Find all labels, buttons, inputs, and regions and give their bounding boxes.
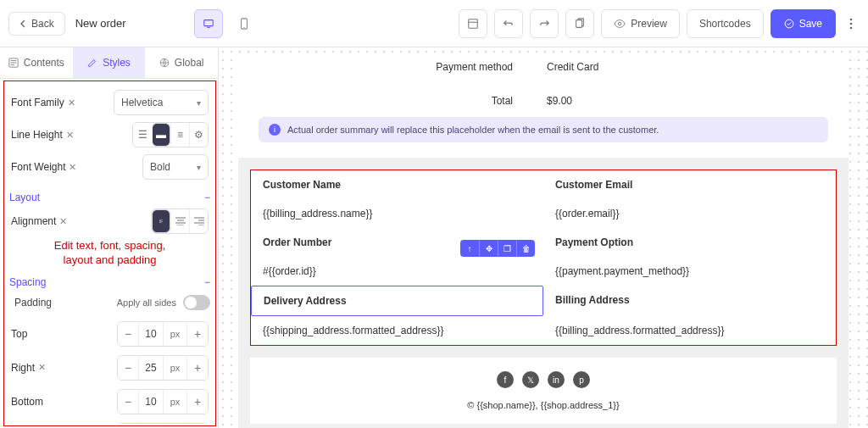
tab-contents-label: Contents <box>24 57 64 69</box>
pinterest-icon[interactable]: p <box>573 371 590 388</box>
padding-right-dec[interactable]: − <box>118 356 138 380</box>
padding-right-value: 25 <box>138 356 164 380</box>
padding-bottom-inc[interactable]: + <box>187 390 208 414</box>
svg-rect-4 <box>576 19 582 27</box>
clear-line-height[interactable]: ✕ <box>66 130 74 141</box>
total-value: $9.00 <box>547 95 828 107</box>
layout-collapse[interactable]: − <box>204 192 210 203</box>
duplicate-button[interactable]: ❐ <box>498 240 516 257</box>
copy-button[interactable] <box>565 9 594 38</box>
spacing-section-label: Spacing <box>9 276 46 288</box>
linkedin-icon[interactable]: in <box>548 371 565 388</box>
info-icon: i <box>269 124 281 136</box>
tab-contents[interactable]: Contents <box>0 47 73 78</box>
save-button[interactable]: Save <box>771 9 836 38</box>
style-sidebar: Contents Styles Global Font Family ✕ <box>0 47 219 428</box>
align-left[interactable] <box>152 209 170 233</box>
total-label: Total <box>259 95 547 107</box>
tab-global-label: Global <box>175 57 204 69</box>
redo-button[interactable] <box>530 9 559 38</box>
font-family-select[interactable]: Helvetica ▾ <box>114 90 209 115</box>
clear-font-weight[interactable]: ✕ <box>69 162 76 173</box>
email-footer-block[interactable]: f 𝕏 in p © {{shop.name}}, {{shop.address… <box>250 358 837 424</box>
spacing-collapse[interactable]: − <box>204 276 210 288</box>
undo-button[interactable] <box>494 9 523 38</box>
sidebar-tabs: Contents Styles Global <box>0 47 218 79</box>
svg-rect-0 <box>204 19 214 25</box>
padding-label: Padding <box>14 297 52 308</box>
drag-button[interactable]: ✥ <box>479 240 498 257</box>
move-up-button[interactable]: ↑ <box>460 240 479 257</box>
placeholder-notice: i Actual order summary will replace this… <box>259 117 828 142</box>
social-icons: f 𝕏 in p <box>264 371 823 388</box>
customer-info-block[interactable]: Customer Name Customer Email {{billing_a… <box>250 170 837 346</box>
svg-point-9 <box>850 26 853 29</box>
line-height-custom[interactable]: ⚙ <box>189 123 208 147</box>
order-number-value: #{{order.id}} <box>251 257 543 286</box>
line-height-label: Line Height <box>11 129 63 141</box>
padding-top-label: Top <box>11 328 27 340</box>
delete-button[interactable]: 🗑 <box>516 240 535 257</box>
annotation-line1: Edit text, font, spacing, <box>9 239 210 253</box>
order-summary-block[interactable]: Payment method Credit Card Total $9.00 i… <box>238 56 849 158</box>
preview-label: Preview <box>631 18 667 30</box>
padding-top-stepper[interactable]: − 10 px + <box>117 321 209 347</box>
shortcodes-button[interactable]: Shortcodes <box>687 9 764 38</box>
back-label: Back <box>31 18 54 30</box>
padding-top-unit: px <box>164 322 187 346</box>
padding-bottom-stepper[interactable]: − 10 px + <box>117 389 209 414</box>
chevron-down-icon: ▾ <box>197 163 201 172</box>
line-height-tight[interactable]: ☰ <box>133 123 152 147</box>
padding-top-dec[interactable]: − <box>118 322 138 346</box>
x-icon[interactable]: 𝕏 <box>522 371 539 388</box>
layout-button[interactable] <box>459 9 487 38</box>
font-family-value: Helvetica <box>121 97 163 108</box>
svg-rect-3 <box>469 19 478 28</box>
align-center[interactable] <box>170 209 189 233</box>
line-height-segment: ☰ ▬ ≡ ⚙ <box>132 122 209 147</box>
padding-left-dec[interactable]: − <box>118 424 138 426</box>
padding-top-inc[interactable]: + <box>187 322 208 346</box>
padding-top-value: 10 <box>138 322 164 346</box>
alignment-segment <box>151 208 209 234</box>
preview-canvas[interactable]: Payment method Credit Card Total $9.00 i… <box>219 47 868 428</box>
facebook-icon[interactable]: f <box>497 371 514 388</box>
line-height-loose[interactable]: ≡ <box>170 123 189 147</box>
back-button[interactable]: Back <box>8 12 65 36</box>
billing-address-value: {{billing_address.formatted_address}} <box>543 316 836 345</box>
more-menu[interactable] <box>843 18 860 30</box>
mobile-view-button[interactable] <box>230 9 259 38</box>
desktop-view-button[interactable] <box>194 9 223 38</box>
padding-right-inc[interactable]: + <box>187 356 208 380</box>
clear-alignment[interactable]: ✕ <box>59 216 67 227</box>
font-family-label: Font Family <box>11 97 64 108</box>
align-right[interactable] <box>189 209 208 233</box>
shortcodes-label: Shortcodes <box>699 18 751 30</box>
preview-button[interactable]: Preview <box>601 9 680 38</box>
font-weight-label: Font Weight <box>11 161 65 173</box>
apply-all-sides-toggle[interactable] <box>183 295 210 310</box>
page-title: New order <box>75 17 126 30</box>
svg-point-8 <box>850 22 853 25</box>
padding-left-stepper[interactable]: − 25 px + <box>117 423 209 426</box>
delivery-address-label[interactable]: Delivery Address <box>251 286 543 316</box>
font-weight-value: Bold <box>150 161 170 173</box>
layout-section-label: Layout <box>9 192 40 203</box>
padding-right-stepper[interactable]: − 25 px + <box>117 355 209 381</box>
padding-right-label: Right <box>11 362 35 374</box>
annotation-line2: layout and padding <box>9 253 210 268</box>
tab-styles[interactable]: Styles <box>73 47 146 78</box>
clear-padding-right[interactable]: ✕ <box>38 362 46 373</box>
svg-point-7 <box>850 18 853 20</box>
delivery-address-value: {{shipping_address.formatted_address}} <box>251 316 543 345</box>
line-height-normal[interactable]: ▬ <box>152 123 170 147</box>
font-weight-select[interactable]: Bold ▾ <box>142 154 209 180</box>
clear-font-family[interactable]: ✕ <box>68 97 75 108</box>
billing-address-label: Billing Address <box>543 286 836 316</box>
shop-info-line: © {{shop.name}}, {{shop.address_1}} <box>264 400 823 410</box>
padding-left-inc[interactable]: + <box>187 424 208 426</box>
padding-bottom-dec[interactable]: − <box>118 390 138 414</box>
padding-bottom-value: 10 <box>138 390 164 414</box>
payment-option-value: {{payment.payment_method}} <box>543 257 836 286</box>
tab-global[interactable]: Global <box>145 47 218 78</box>
